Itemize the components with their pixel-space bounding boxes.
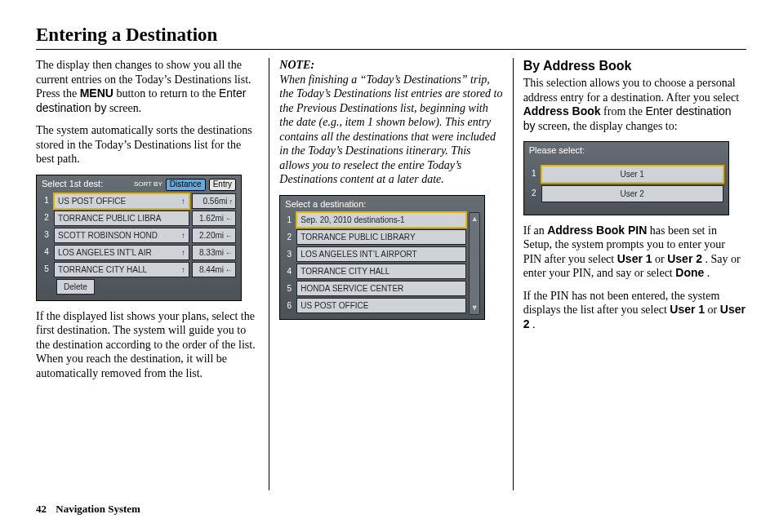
screen1-title: Select 1st dest: — [42, 179, 103, 190]
row-name: US POST OFFICE — [296, 298, 466, 313]
row-name: LOS ANGELES INT’L AIR↑ — [54, 245, 189, 260]
note-label: NOTE: — [279, 59, 314, 71]
title-rule — [36, 49, 746, 50]
sort-distance-button[interactable]: Distance — [166, 179, 206, 191]
right-para-1: This selection allows you to choose a pe… — [523, 76, 746, 133]
page-title: Entering a Destination — [36, 24, 746, 46]
right-para-2: If an Address Book PIN has been set in S… — [523, 224, 746, 281]
note-block: NOTE: When finishing a “Today’s Destinat… — [279, 58, 502, 187]
page-number: 42 — [36, 503, 47, 515]
list-item[interactable]: 4 LOS ANGELES INT’L AIR↑ 8.33mi← — [37, 245, 241, 262]
row-distance: 0.56mi↑ — [192, 193, 236, 209]
menu-label: MENU — [80, 86, 114, 100]
left-para-3: If the displayed list shows your plans, … — [36, 309, 259, 381]
row-name: US POST OFFICE↑ — [54, 193, 189, 209]
sort-entry-button[interactable]: Entry — [209, 179, 236, 191]
screen2-scrollbar[interactable]: ▲ ▼ — [469, 212, 480, 315]
user-1-label: User 1 — [670, 303, 705, 316]
list-item[interactable]: 2 TORRANCE PUBLIC LIBRARY — [284, 229, 466, 246]
row-distance: 8.33mi← — [192, 245, 236, 260]
right-para-3: If the PIN has not been entered, the sys… — [523, 289, 746, 332]
screen3-title: Please select: — [529, 145, 585, 157]
screen3-header: Please select: — [524, 142, 728, 159]
screen2-list: 1 Sep. 20, 2010 destinations-1 2 TORRANC… — [284, 212, 466, 315]
address-book-label: Address Book — [523, 104, 601, 117]
arrow-left-icon: ← — [225, 249, 233, 257]
row-distance: 8.44mi← — [192, 262, 236, 277]
delete-button[interactable]: Delete — [56, 279, 95, 295]
scroll-up-icon: ▲ — [471, 215, 479, 224]
screen-select-destination: Select a destination: 1 Sep. 20, 2010 de… — [279, 195, 485, 321]
page-footer: 42 Navigation System — [36, 503, 140, 516]
list-item[interactable]: 2 TORRANCE PUBLIC LIBRA 1.62mi← — [37, 211, 241, 228]
user-2-label: User 2 — [667, 252, 702, 265]
row-distance: 2.20mi← — [192, 228, 236, 243]
row-name: TORRANCE CITY HALL↑ — [54, 262, 189, 277]
right-column: By Address Book This selection allows yo… — [514, 58, 746, 490]
row-name: TORRANCE CITY HALL — [296, 264, 466, 279]
screen3-list: 1 User 1 2 User 2 — [524, 159, 728, 215]
screen2-header: Select a destination: — [280, 196, 484, 213]
list-item: 2 User 2 — [524, 185, 728, 205]
arrow-left-icon: ← — [225, 232, 233, 240]
left-para-1: The display then changes to show you all… — [36, 58, 259, 115]
manual-page: Entering a Destination The display then … — [0, 0, 779, 532]
screen1-list: 1 US POST OFFICE↑ 0.56mi↑ 2 TORRANCE PUB… — [37, 193, 241, 300]
list-item[interactable]: 1 US POST OFFICE↑ 0.56mi↑ — [37, 193, 241, 211]
user-1-button[interactable]: User 1 — [541, 166, 723, 183]
list-item[interactable]: 1 Sep. 20, 2010 destinations-1 — [284, 212, 466, 229]
list-item[interactable]: 5 HONDA SERVICE CENTER — [284, 281, 466, 298]
sort-by-label: SORT BY — [134, 180, 162, 188]
address-book-pin-label: Address Book PIN — [547, 224, 647, 237]
middle-column: NOTE: When finishing a “Today’s Destinat… — [269, 58, 512, 490]
done-label: Done — [675, 266, 704, 279]
row-name: TORRANCE PUBLIC LIBRARY — [296, 229, 466, 245]
row-distance: 1.62mi← — [192, 211, 236, 226]
screen-select-first-dest: Select 1st dest: SORT BY Distance Entry … — [36, 175, 242, 301]
row-name: SCOTT ROBINSON HOND↑ — [54, 228, 189, 243]
list-item[interactable]: 5 TORRANCE CITY HALL↑ 8.44mi← — [37, 262, 241, 279]
row-name: Sep. 20, 2010 destinations-1 — [296, 212, 466, 228]
delete-row: Delete — [37, 279, 241, 296]
row-name: TORRANCE PUBLIC LIBRA — [54, 211, 189, 226]
arrow-left-icon: ← — [225, 266, 233, 274]
screen2-title: Select a destination: — [285, 199, 366, 211]
user-1-label: User 1 — [617, 252, 652, 265]
list-item[interactable]: 3 SCOTT ROBINSON HOND↑ 2.20mi← — [37, 228, 241, 245]
row-name: LOS ANGELES INT’L AIRPORT — [296, 246, 466, 262]
screen1-header: Select 1st dest: SORT BY Distance Entry — [37, 175, 241, 193]
by-address-book-heading: By Address Book — [523, 58, 746, 74]
left-para-2: The system automatically sorts the desti… — [36, 123, 259, 166]
columns: The display then changes to show you all… — [36, 58, 746, 490]
user-2-button[interactable]: User 2 — [541, 185, 723, 202]
list-item[interactable]: 3 LOS ANGELES INT’L AIRPORT — [284, 246, 466, 264]
footer-section-name: Navigation System — [56, 503, 140, 515]
left-column: The display then changes to show you all… — [36, 58, 269, 490]
arrow-up-icon: ↑ — [229, 197, 234, 206]
arrow-left-icon: ← — [225, 215, 233, 223]
list-item[interactable]: 6 US POST OFFICE — [284, 298, 466, 315]
note-body: When finishing a “Today’s Destinations” … — [279, 73, 502, 186]
screen2-body: 1 Sep. 20, 2010 destinations-1 2 TORRANC… — [280, 212, 484, 319]
list-item[interactable]: 4 TORRANCE CITY HALL — [284, 264, 466, 281]
screen-please-select: Please select: 1 User 1 2 User 2 — [523, 141, 729, 215]
scroll-down-icon: ▼ — [471, 304, 479, 313]
list-item: 1 User 1 — [524, 166, 728, 185]
row-name: HONDA SERVICE CENTER — [296, 281, 466, 296]
